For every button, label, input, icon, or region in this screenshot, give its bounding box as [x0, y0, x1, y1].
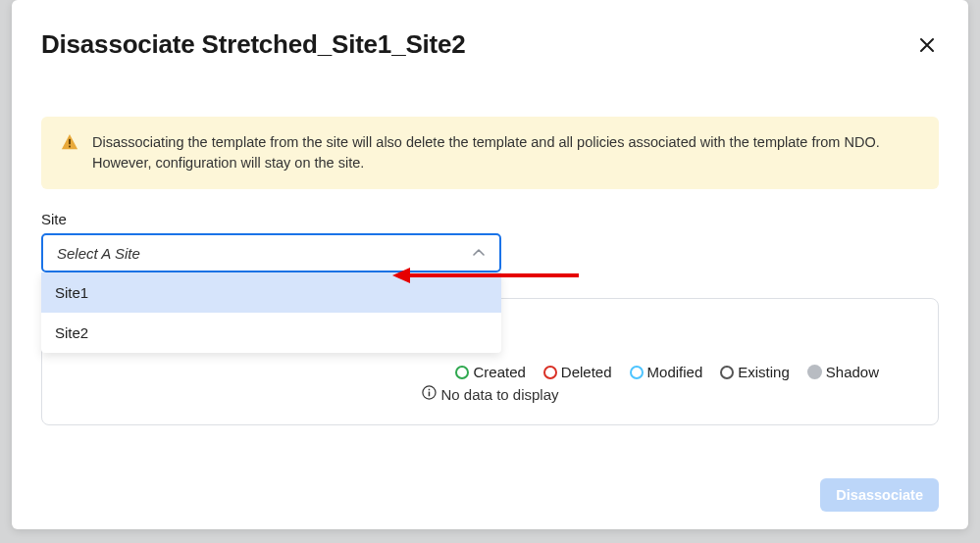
- modal-footer: Disassociate: [41, 469, 939, 512]
- site-select-placeholder: Select A Site: [57, 245, 140, 262]
- no-data-text: No data to display: [440, 386, 558, 403]
- shadow-icon: [807, 365, 822, 379]
- existing-icon: [720, 366, 734, 379]
- legend-modified-label: Modified: [647, 364, 703, 380]
- no-data-message: No data to display: [421, 385, 558, 403]
- site-dropdown: Site1 Site2: [41, 272, 501, 353]
- svg-rect-1: [69, 146, 71, 148]
- modified-icon: [630, 366, 644, 379]
- legend-created: Created: [455, 364, 525, 380]
- legend-existing: Existing: [720, 364, 790, 380]
- created-icon: [455, 366, 469, 379]
- svg-rect-4: [428, 389, 430, 391]
- page-title: Disassociate Stretched_Site1_Site2: [41, 29, 466, 60]
- modal-header: Disassociate Stretched_Site1_Site2: [41, 29, 939, 60]
- deleted-icon: [543, 366, 557, 379]
- legend-shadow: Shadow: [807, 364, 879, 380]
- svg-rect-3: [428, 392, 430, 397]
- legend-deleted: Deleted: [543, 364, 612, 380]
- site-select-wrap: Select A Site Site1 Site2: [41, 233, 501, 272]
- legend-deleted-label: Deleted: [561, 364, 612, 380]
- legend: Created Deleted Modified Existing Shadow: [455, 364, 879, 380]
- disassociate-button[interactable]: Disassociate: [820, 478, 939, 512]
- chevron-up-icon: [472, 244, 486, 262]
- warning-banner: Disassociating the template from the sit…: [41, 117, 939, 189]
- close-icon[interactable]: [915, 33, 939, 59]
- legend-modified: Modified: [630, 364, 703, 380]
- warning-icon: [61, 133, 78, 155]
- info-icon: [421, 385, 436, 403]
- site-option-site2[interactable]: Site2: [41, 313, 501, 353]
- legend-created-label: Created: [473, 364, 525, 380]
- site-label: Site: [41, 211, 939, 227]
- site-option-site1[interactable]: Site1: [41, 272, 501, 313]
- legend-shadow-label: Shadow: [826, 364, 879, 380]
- warning-text: Disassociating the template from the sit…: [92, 132, 919, 173]
- legend-existing-label: Existing: [738, 364, 790, 380]
- site-select[interactable]: Select A Site: [41, 233, 501, 272]
- svg-rect-0: [69, 139, 71, 144]
- disassociate-modal: Disassociate Stretched_Site1_Site2 Disas…: [12, 0, 968, 529]
